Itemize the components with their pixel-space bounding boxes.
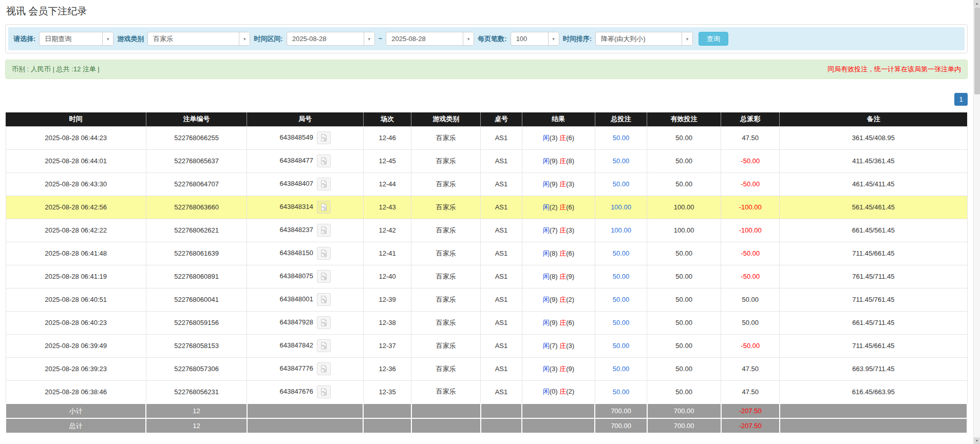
time-range-label: 时间区间:: [254, 34, 282, 44]
filter-bar: 请选择: 日期查询 ▾ 游戏类别 百家乐 ▾ 时间区间: 2025-08-28 …: [8, 27, 965, 50]
total-bet-link[interactable]: 50.00: [613, 365, 630, 373]
date-from-select[interactable]: 2025-08-28 ▾: [287, 32, 375, 46]
scrollbar-thumb[interactable]: [974, 7, 980, 94]
column-header-3: 局号: [247, 112, 364, 126]
total-bet-link[interactable]: 50.00: [613, 134, 630, 142]
cell-round-id: 643848001: [247, 288, 364, 311]
cell-session: 12-40: [363, 265, 411, 288]
cell-valid-bet: 50.00: [647, 265, 721, 288]
cell-valid-bet: 50.00: [647, 126, 721, 149]
result-banker-label: 庄: [559, 342, 566, 350]
cell-valid-bet: 50.00: [647, 334, 721, 357]
result-banker-score: (6): [566, 249, 574, 257]
page-size-label: 每页笔数:: [478, 34, 506, 44]
cell-valid-bet: 50.00: [647, 242, 721, 265]
video-replay-button[interactable]: [317, 247, 331, 260]
chevron-down-icon: ▾: [364, 32, 374, 45]
total-bet-link[interactable]: 100.00: [611, 203, 631, 211]
page-1-button[interactable]: 1: [954, 93, 968, 106]
cell-payout: 50.00: [721, 288, 780, 311]
sort-order-select[interactable]: 降幂(由大到小) ▾: [595, 32, 693, 46]
cell-table-id: AS1: [481, 334, 522, 357]
chevron-down-icon: ▾: [463, 32, 474, 45]
query-type-value: 日期查询: [40, 34, 102, 44]
cell-session: 12-45: [363, 149, 411, 172]
total-bet-link[interactable]: 100.00: [611, 226, 631, 234]
total-bet-link[interactable]: 50.00: [613, 249, 630, 257]
cell-bet-id: 522768057306: [146, 357, 247, 380]
date-to-select[interactable]: 2025-08-28 ▾: [386, 32, 474, 46]
scroll-down-arrow-icon[interactable]: ▼: [974, 437, 980, 444]
video-replay-button[interactable]: [317, 270, 331, 283]
result-banker-score: (9): [566, 273, 574, 280]
cell-round-id: 643848477: [247, 149, 364, 172]
result-banker-score: (6): [566, 203, 574, 211]
cell-result: 闲(7) 庄(3): [522, 334, 595, 357]
search-button[interactable]: 查询: [699, 32, 728, 46]
cell-game-type: 百家乐: [411, 288, 481, 311]
query-type-select[interactable]: 日期查询 ▾: [39, 32, 114, 46]
cell-table-id: AS1: [481, 311, 522, 334]
cell-total-bet: 50.00: [595, 126, 647, 149]
footer-empty-cell: [247, 418, 364, 433]
round-id-text: 643848477: [280, 157, 313, 164]
result-banker-score: (6): [566, 319, 574, 326]
video-replay-button[interactable]: [317, 155, 331, 167]
query-type-label: 请选择:: [13, 34, 35, 44]
film-document-icon: [320, 319, 328, 326]
table-row: 2025-08-28 06:40:23 522768059156 6438479…: [6, 311, 967, 334]
total-bet-link[interactable]: 50.00: [613, 319, 630, 326]
video-replay-button[interactable]: [317, 385, 331, 398]
video-replay-button[interactable]: [317, 178, 331, 190]
cell-game-type: 百家乐: [411, 149, 481, 172]
total-bet-link[interactable]: 50.00: [613, 157, 630, 165]
film-document-icon: [320, 157, 328, 165]
total-bet-link[interactable]: 50.00: [613, 296, 630, 303]
vertical-scrollbar[interactable]: ▲ ▼: [973, 0, 980, 444]
video-replay-button[interactable]: [317, 293, 331, 306]
cell-time: 2025-08-28 06:44:23: [6, 126, 146, 149]
cell-payout: -50.00: [721, 334, 780, 357]
scroll-up-arrow-icon[interactable]: ▲: [974, 0, 980, 7]
cell-bet-id: 522768064707: [146, 172, 247, 196]
column-header-11: 备注: [780, 112, 967, 126]
footer-empty-cell: [522, 418, 595, 433]
video-replay-button[interactable]: [317, 131, 331, 144]
video-replay-button[interactable]: [317, 339, 331, 352]
result-player-score: (3): [550, 365, 558, 373]
footer-valid-bet: 700.00: [647, 403, 721, 418]
cell-valid-bet: 100.00: [647, 196, 721, 219]
video-replay-button[interactable]: [317, 316, 331, 329]
round-id-text: 643848314: [280, 203, 313, 210]
game-type-value: 百家乐: [148, 34, 239, 44]
page-size-select[interactable]: 100 ▾: [511, 32, 559, 46]
total-bet-link[interactable]: 50.00: [613, 180, 630, 188]
cell-session: 12-46: [363, 126, 411, 149]
game-type-select[interactable]: 百家乐 ▾: [147, 32, 250, 46]
page-title: 视讯 会员下注纪录: [5, 0, 968, 24]
total-bet-link[interactable]: 50.00: [613, 388, 630, 396]
video-replay-button[interactable]: [317, 224, 331, 237]
cell-valid-bet: 50.00: [647, 357, 721, 380]
total-bet-link[interactable]: 50.00: [613, 273, 630, 280]
cell-total-bet: 50.00: [595, 334, 647, 357]
table-row: 2025-08-28 06:44:23 522768066255 6438485…: [6, 126, 967, 149]
total-bet-link[interactable]: 50.00: [613, 342, 630, 350]
cell-total-bet: 50.00: [595, 149, 647, 172]
cell-payout: 47.50: [721, 126, 780, 149]
cell-table-id: AS1: [481, 380, 522, 403]
cell-session: 12-44: [363, 172, 411, 196]
cell-round-id: 643848075: [247, 265, 364, 288]
footer-empty-cell: [411, 418, 481, 433]
result-player-label: 闲: [543, 226, 550, 234]
result-player-score: (0): [550, 388, 558, 395]
footer-empty-cell: [780, 403, 967, 418]
table-row: 2025-08-28 06:44:01 522768065637 6438484…: [6, 149, 967, 172]
game-type-label: 游戏类别: [117, 34, 144, 44]
video-replay-button[interactable]: [317, 201, 331, 214]
cell-total-bet: 50.00: [595, 242, 647, 265]
result-banker-score: (3): [566, 226, 574, 234]
currency-total-text: 币别 : 人民币 | 总共 :12 注单 |: [12, 65, 100, 74]
video-replay-button[interactable]: [317, 362, 331, 375]
round-id-text: 643847928: [280, 318, 313, 326]
